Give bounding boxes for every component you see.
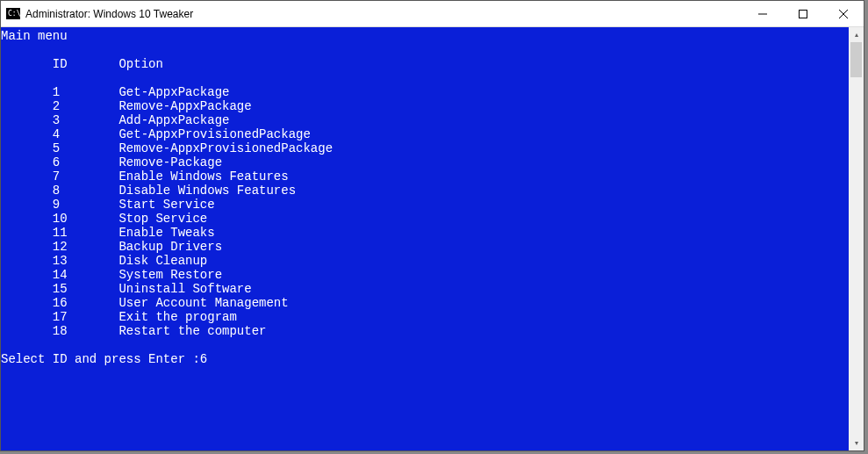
scroll-thumb[interactable] [850,42,862,77]
svg-text:C:\: C:\ [8,10,20,18]
titlebar[interactable]: C:\ Administrator: Windows 10 Tweaker [1,1,864,27]
window-controls [742,1,864,26]
app-window: C:\ Administrator: Windows 10 Tweaker Ma… [0,0,864,451]
maximize-button[interactable] [783,1,823,26]
terminal-text: Main menu ID Option 1 Get-AppxPackage 2 … [1,29,333,366]
close-button[interactable] [823,1,864,26]
svg-rect-4 [800,10,807,18]
scroll-down-arrow-icon[interactable]: ▾ [849,436,864,450]
scroll-track[interactable] [849,42,864,436]
terminal-area: Main menu ID Option 1 Get-AppxPackage 2 … [1,27,864,450]
console-icon: C:\ [6,7,20,21]
scroll-up-arrow-icon[interactable]: ▴ [849,27,864,42]
minimize-button[interactable] [742,1,783,26]
vertical-scrollbar[interactable]: ▴ ▾ [849,27,864,450]
terminal[interactable]: Main menu ID Option 1 Get-AppxPackage 2 … [1,27,849,450]
window-title: Administrator: Windows 10 Tweaker [25,8,742,20]
